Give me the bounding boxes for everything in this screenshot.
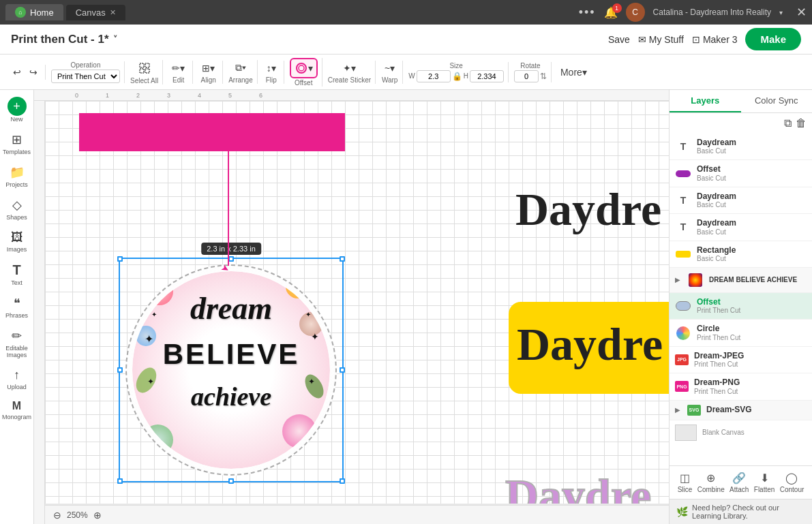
handle-ml[interactable]	[117, 367, 123, 373]
undo-button[interactable]: ↩	[10, 65, 25, 80]
edit-button[interactable]: ✏▾	[168, 61, 188, 76]
width-input[interactable]	[417, 70, 451, 82]
save-button[interactable]: Save	[608, 34, 630, 45]
sidebar-item-upload[interactable]: ↑ Upload	[1, 364, 33, 395]
handle-bm[interactable]	[228, 478, 234, 484]
layer-item-daydream-1[interactable]: T Daydream Basic Cut	[670, 134, 812, 160]
select-all-button[interactable]	[135, 60, 154, 76]
layer-item-jpeg[interactable]: JPG Dream-JPEG Print Then Cut	[670, 347, 812, 373]
handle-tl[interactable]	[117, 256, 123, 262]
make-button[interactable]: Make	[745, 28, 801, 50]
sidebar-item-new[interactable]: + New	[1, 93, 33, 127]
layer-item-daydream-3[interactable]: T Daydream Basic Cut	[670, 214, 812, 241]
panel-bottom-buttons: ◫ Slice ⊕ Combine 🔗 Attach ⬇ Flatten ◯	[675, 472, 807, 493]
my-stuff-button[interactable]: ✉ My Stuff	[638, 34, 684, 45]
height-input[interactable]	[470, 70, 504, 82]
layer-item-svg[interactable]: ▶ SVG Dream-SVG	[670, 401, 812, 420]
layer-item-dream-believe[interactable]: ▶ DREAM BELIEVE ACHIEVE	[670, 268, 812, 293]
layer-item-png[interactable]: PNG Dream-PNG Print Then Cut	[670, 373, 812, 400]
handle-mr[interactable]	[340, 367, 345, 373]
tab-color-sync[interactable]: Color Sync	[741, 90, 813, 112]
sidebar-item-phrases-label: Phrases	[5, 312, 28, 319]
layer-item-rectangle[interactable]: Rectangle Basic Cut	[670, 241, 812, 268]
delete-button[interactable]: 🗑	[796, 117, 807, 129]
arrange-group: ⧉▾ Arrange	[224, 60, 258, 84]
duplicate-button[interactable]: ⧉	[784, 117, 792, 129]
tab-canvas-close[interactable]: ✕	[110, 8, 116, 17]
canvas-grid[interactable]: dream BELIEVE achieve ✦ ✦ ✦ ✦ ✦ ✦ 2.3 in…	[45, 101, 669, 504]
flip-button[interactable]: ↕▾	[263, 61, 280, 76]
layer-expand-dream[interactable]: ▶	[675, 276, 680, 283]
tab-canvas[interactable]: Canvas ✕	[66, 5, 125, 20]
dream-group-icon	[689, 273, 702, 287]
create-sticker-control: ✦▾ Create Sticker	[328, 61, 371, 84]
layer-item-daydream-2[interactable]: T Daydream Basic Cut	[670, 187, 812, 214]
selection-box[interactable]: 2.3 in x 2.33 in	[119, 258, 344, 482]
layer-item-offset[interactable]: Offset Basic Cut	[670, 160, 812, 187]
layer-sub-3: Basic Cut	[697, 228, 736, 236]
handle-tr[interactable]	[340, 256, 345, 262]
layer-item-offset-ptc[interactable]: Offset Print Then Cut	[670, 293, 812, 320]
more-group: More▾	[553, 65, 595, 80]
warp-label: Warp	[382, 76, 398, 84]
arrange-button[interactable]: ⧉▾	[232, 60, 250, 76]
upload-icon: ↑	[14, 368, 20, 382]
notification-bell[interactable]: 🔔 1	[604, 6, 618, 19]
sidebar-item-projects[interactable]: 📁 Projects	[1, 161, 33, 192]
layer-name-3: Daydream	[697, 218, 736, 228]
canvas-area[interactable]: 0 1 2 3 4 5 6	[34, 90, 669, 524]
layer-icon-text-1: T	[675, 138, 691, 155]
warp-button[interactable]: ~▾	[381, 61, 398, 76]
rotate-spinner[interactable]: ⇅	[540, 72, 547, 81]
topbar-dots[interactable]: •••	[579, 5, 596, 20]
tab-home[interactable]: ⌂ Home	[5, 4, 63, 20]
handle-tm[interactable]	[228, 256, 234, 262]
align-button[interactable]: ⊞▾	[198, 61, 218, 76]
create-sticker-button[interactable]: ✦▾	[340, 61, 359, 76]
images-icon: 🖼	[11, 230, 23, 245]
zoom-out-button[interactable]: ⊖	[53, 510, 61, 521]
offset-button[interactable]: ▾	[290, 58, 318, 78]
sidebar-item-monogram[interactable]: M Monogram	[1, 396, 33, 425]
contour-button[interactable]: ◯ Contour	[780, 472, 805, 493]
sidebar-item-editable-images[interactable]: ✏ Editable Images	[1, 324, 33, 363]
handle-bl[interactable]	[117, 478, 123, 484]
sidebar-item-text[interactable]: T Text	[1, 258, 33, 290]
redo-button[interactable]: ↪	[26, 65, 41, 80]
sidebar-item-shapes[interactable]: ◇ Shapes	[1, 194, 33, 225]
blank-canvas-thumb	[675, 425, 697, 441]
svg-rect-1	[145, 63, 149, 67]
daydream-text-top[interactable]: Daydre	[515, 183, 661, 236]
sidebar-item-images[interactable]: 🖼 Images	[1, 226, 33, 257]
sidebar-item-templates[interactable]: ⊞ Templates	[1, 128, 33, 159]
flatten-button[interactable]: ⬇ Flatten	[754, 472, 775, 493]
handle-br[interactable]	[340, 478, 345, 484]
layer-expand-svg[interactable]: ▶	[675, 406, 680, 414]
attach-button[interactable]: 🔗 Attach	[730, 472, 749, 493]
more-button[interactable]: More▾	[557, 65, 590, 80]
rotate-input[interactable]	[514, 70, 539, 82]
size-label: Size	[449, 62, 462, 70]
project-title-chevron[interactable]: ˅	[113, 35, 117, 44]
daydream-text-purple[interactable]: Daydre	[505, 469, 651, 504]
my-stuff-icon: ✉	[638, 34, 646, 45]
maker-button[interactable]: ⊡ Maker 3	[692, 34, 738, 45]
tab-layers[interactable]: Layers	[670, 90, 741, 112]
window-controls[interactable]: ✕	[796, 5, 807, 20]
user-name[interactable]: Catalina - Daydream Into Reality	[653, 7, 771, 17]
layer-item-circle[interactable]: Circle Print Then Cut	[670, 320, 812, 346]
pink-rectangle[interactable]	[79, 113, 345, 151]
layer-info-svg: Dream-SVG	[706, 405, 752, 414]
user-menu-chevron[interactable]: ▾	[779, 9, 783, 16]
daydream-text-yellow[interactable]: Daydre	[517, 318, 663, 371]
zoom-in-button[interactable]: ⊕	[93, 510, 102, 521]
user-avatar[interactable]: C	[626, 3, 645, 22]
sidebar-item-phrases[interactable]: ❝ Phrases	[1, 292, 33, 323]
lock-icon[interactable]: 🔒	[452, 72, 462, 81]
slice-button[interactable]: ◫ Slice	[678, 472, 693, 493]
operation-select[interactable]: Print Then Cut Basic Cut	[51, 70, 120, 83]
combine-button[interactable]: ⊕ Combine	[697, 472, 725, 493]
help-text[interactable]: Need help? Check out our Learning Librar…	[692, 504, 805, 520]
layer-icon-rectangle	[675, 246, 691, 262]
layer-icon-svg: SVG	[687, 405, 701, 416]
